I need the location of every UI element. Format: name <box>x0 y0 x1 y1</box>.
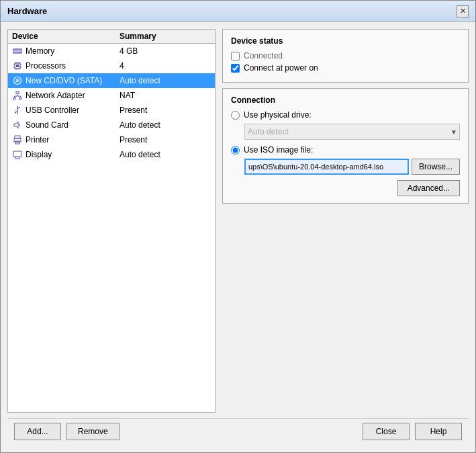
device-summary-display: Auto detect <box>120 150 211 159</box>
svg-rect-30 <box>15 112 16 114</box>
device-row-network[interactable]: Network Adapter NAT <box>8 88 215 103</box>
device-list: Memory 4 GB Processors 4 <box>8 44 215 412</box>
add-button[interactable]: Add... <box>14 423 61 440</box>
device-panel: Device Summary Memory 4 GB <box>7 29 216 413</box>
device-status-section: Device status Connected Connect at power… <box>222 29 469 83</box>
svg-point-29 <box>19 107 20 108</box>
use-iso-row: Use ISO image file: <box>231 145 460 155</box>
device-name-cdrom: New CD/DVD (SATA) <box>26 76 120 85</box>
auto-detect-dropdown[interactable]: Auto detect <box>244 124 460 140</box>
bottom-bar: Add... Remove Close Help <box>7 418 469 446</box>
svg-rect-19 <box>16 91 19 93</box>
sound-icon <box>12 120 23 130</box>
cpu-icon <box>12 60 23 71</box>
device-row-memory[interactable]: Memory 4 GB <box>8 44 215 58</box>
device-summary-printer: Present <box>120 135 211 145</box>
printer-icon <box>12 134 23 145</box>
svg-marker-31 <box>14 122 18 128</box>
svg-rect-20 <box>13 97 15 99</box>
connected-checkbox[interactable] <box>231 52 240 60</box>
svg-point-18 <box>17 80 18 81</box>
close-window-button[interactable]: ✕ <box>457 5 469 17</box>
device-summary-sound: Auto detect <box>120 120 211 130</box>
device-table-header: Device Summary <box>8 30 215 44</box>
device-row-processors[interactable]: Processors 4 <box>8 58 215 73</box>
memory-icon <box>12 46 23 56</box>
hardware-window: Hardware ✕ Device Summary Memory 4 GB <box>0 0 476 453</box>
svg-rect-7 <box>16 65 19 67</box>
right-panel: Device status Connected Connect at power… <box>222 29 469 413</box>
cdrom-icon <box>12 75 23 86</box>
connected-label: Connected <box>244 51 283 60</box>
device-summary-memory: 4 GB <box>120 46 211 56</box>
iso-path-input[interactable] <box>244 159 409 175</box>
device-summary-usb: Present <box>120 106 211 115</box>
device-name-display: Display <box>26 150 120 159</box>
svg-rect-32 <box>15 136 20 138</box>
auto-detect-wrapper: Auto detect ▼ <box>244 124 460 140</box>
usb-icon <box>12 105 23 116</box>
title-bar: Hardware ✕ <box>1 1 475 22</box>
device-row-display[interactable]: Display Auto detect <box>8 147 215 162</box>
svg-rect-21 <box>19 97 21 99</box>
connection-section: Connection Use physical drive: Auto dete… <box>222 88 469 204</box>
connect-power-checkbox[interactable] <box>231 64 240 73</box>
device-row-printer[interactable]: Printer Present <box>8 132 215 147</box>
main-row: Device Summary Memory 4 GB <box>7 29 469 413</box>
device-summary-processors: 4 <box>120 61 211 71</box>
device-status-title: Device status <box>231 36 460 46</box>
content-area: Device Summary Memory 4 GB <box>1 22 475 452</box>
device-name-network: Network Adapter <box>26 91 120 100</box>
connect-power-row: Connect at power on <box>231 63 460 73</box>
use-physical-label: Use physical drive: <box>244 110 312 120</box>
connected-row: Connected <box>231 51 460 60</box>
device-name-printer: Printer <box>26 135 120 145</box>
bottom-right: Close Help <box>363 423 462 440</box>
help-button[interactable]: Help <box>415 423 462 440</box>
device-row-cdrom[interactable]: New CD/DVD (SATA) Auto detect <box>8 73 215 88</box>
col-device-header: Device <box>12 32 120 41</box>
device-name-usb: USB Controller <box>26 106 120 115</box>
device-summary-cdrom: Auto detect <box>120 76 211 85</box>
device-row-usb[interactable]: USB Controller Present <box>8 103 215 118</box>
device-summary-network: NAT <box>120 91 211 100</box>
connection-title: Connection <box>231 95 460 105</box>
use-physical-row: Use physical drive: <box>231 110 460 120</box>
device-name-processors: Processors <box>26 61 120 71</box>
device-name-memory: Memory <box>26 46 120 56</box>
window-title: Hardware <box>7 6 47 16</box>
close-button[interactable]: Close <box>363 423 410 440</box>
iso-input-row: Browse... <box>244 159 460 175</box>
bottom-left: Add... Remove <box>14 423 120 440</box>
display-icon <box>12 149 23 160</box>
remove-button[interactable]: Remove <box>66 423 120 440</box>
use-iso-label: Use ISO image file: <box>244 145 313 155</box>
auto-detect-row: Auto detect ▼ <box>244 124 460 140</box>
device-row-sound[interactable]: Sound Card Auto detect <box>8 118 215 132</box>
network-icon <box>12 90 23 101</box>
svg-rect-36 <box>13 151 21 157</box>
advanced-button[interactable]: Advanced... <box>397 180 460 196</box>
connect-power-label: Connect at power on <box>244 63 318 73</box>
col-summary-header: Summary <box>120 32 211 41</box>
use-physical-radio[interactable] <box>231 111 240 120</box>
advanced-row: Advanced... <box>231 180 460 196</box>
device-name-sound: Sound Card <box>26 120 120 130</box>
use-iso-radio[interactable] <box>231 146 240 155</box>
browse-button[interactable]: Browse... <box>412 159 460 175</box>
